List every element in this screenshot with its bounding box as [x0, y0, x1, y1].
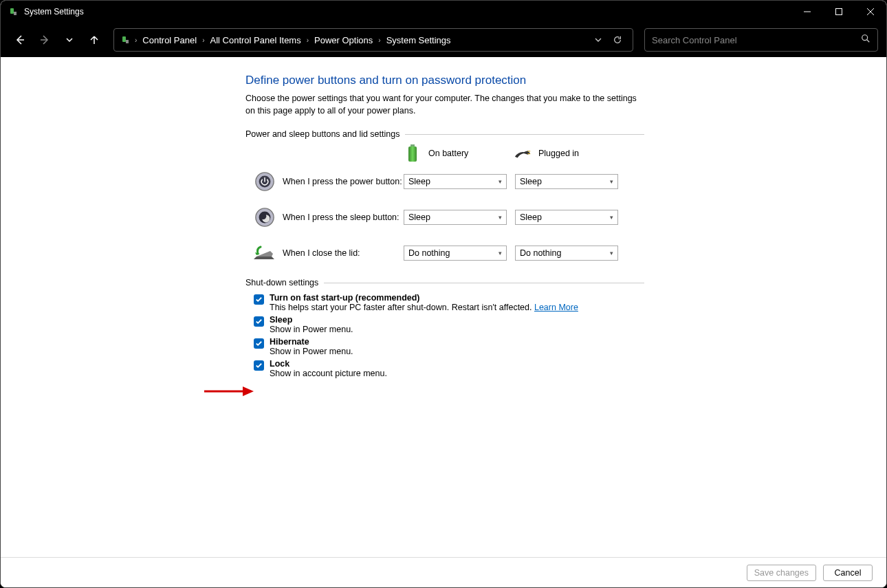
- sleep-label: Sleep Show in Power menu.: [270, 315, 353, 334]
- maximize-button[interactable]: [823, 1, 855, 23]
- row-sleep-button: When I press the sleep button:: [254, 206, 404, 228]
- chevron-right-icon: ›: [133, 36, 138, 44]
- power-settings-grid: On battery Plugged in: [254, 144, 644, 264]
- page-description: Choose the power settings that you want …: [245, 93, 644, 117]
- svg-marker-13: [243, 386, 254, 396]
- annotation-arrow-icon: [203, 384, 255, 401]
- up-button[interactable]: [83, 29, 105, 51]
- search-box[interactable]: [644, 28, 878, 52]
- titlebar: System Settings: [1, 1, 886, 23]
- sleep-button-battery-select[interactable]: Sleep▾: [404, 210, 507, 225]
- forward-button[interactable]: [34, 29, 56, 51]
- laptop-lid-icon: [254, 242, 276, 264]
- lid-plugged-select[interactable]: Do nothing▾: [515, 246, 618, 261]
- svg-rect-16: [527, 151, 530, 151]
- recent-locations-button[interactable]: [58, 29, 80, 51]
- svg-rect-14: [410, 144, 415, 146]
- svg-marker-22: [254, 257, 274, 259]
- content-area: Define power buttons and turn on passwor…: [1, 57, 886, 557]
- hibernate-checkbox[interactable]: [254, 338, 264, 349]
- svg-rect-1: [14, 12, 17, 15]
- chevron-right-icon: ›: [201, 36, 206, 44]
- svg-rect-15: [408, 146, 417, 162]
- page-heading: Define power buttons and turn on passwor…: [245, 74, 644, 87]
- fast-startup-checkbox[interactable]: [254, 294, 264, 305]
- plug-icon: [514, 144, 532, 162]
- back-button[interactable]: [9, 29, 31, 51]
- sleep-button-plugged-select[interactable]: Sleep▾: [515, 210, 618, 225]
- navbar: › Control Panel › All Control Panel Item…: [1, 23, 886, 57]
- sleep-checkbox[interactable]: [254, 316, 264, 327]
- chevron-down-icon: ▾: [610, 214, 613, 221]
- chevron-right-icon: ›: [377, 36, 382, 44]
- app-icon: [8, 6, 19, 17]
- search-icon: [861, 34, 870, 46]
- chevron-down-icon: ▾: [610, 178, 613, 185]
- battery-icon: [404, 144, 421, 162]
- column-on-battery: On battery: [404, 144, 514, 162]
- chevron-right-icon: ›: [305, 36, 310, 44]
- address-bar[interactable]: › Control Panel › All Control Panel Item…: [113, 28, 633, 52]
- learn-more-link[interactable]: Learn More: [534, 303, 578, 312]
- svg-rect-0: [10, 8, 14, 14]
- cancel-button[interactable]: Cancel: [823, 565, 873, 581]
- row-power-button: When I press the power button:: [254, 171, 404, 193]
- fast-startup-label: Turn on fast start-up (recommended) This…: [270, 293, 578, 312]
- breadcrumb-item[interactable]: All Control Panel Items: [206, 32, 305, 48]
- svg-rect-8: [122, 36, 126, 42]
- system-settings-window: System Settings › Control: [0, 0, 887, 588]
- minimize-button[interactable]: [791, 1, 823, 23]
- shutdown-section-legend: Shut-down settings: [245, 278, 644, 287]
- sleep-button-icon: [254, 206, 276, 228]
- chevron-down-icon: ▾: [499, 250, 502, 257]
- refresh-button[interactable]: [608, 30, 627, 50]
- close-button[interactable]: [855, 1, 886, 23]
- address-icon: [120, 34, 131, 45]
- power-button-battery-select[interactable]: Sleep▾: [404, 174, 507, 189]
- svg-line-11: [867, 40, 870, 43]
- breadcrumb-item[interactable]: Control Panel: [138, 32, 201, 48]
- power-button-icon: [254, 171, 276, 193]
- row-close-lid: When I close the lid:: [254, 242, 404, 264]
- chevron-down-icon: ▾: [610, 250, 613, 257]
- lid-battery-select[interactable]: Do nothing▾: [404, 246, 507, 261]
- lock-label: Lock Show in account picture menu.: [270, 359, 387, 378]
- svg-rect-17: [527, 153, 530, 154]
- lock-checkbox[interactable]: [254, 360, 264, 371]
- svg-rect-3: [836, 9, 842, 15]
- breadcrumb-item[interactable]: Power Options: [310, 32, 377, 48]
- power-button-plugged-select[interactable]: Sleep▾: [515, 174, 618, 189]
- save-changes-button[interactable]: Save changes: [747, 565, 816, 581]
- search-input[interactable]: [652, 35, 861, 45]
- chevron-down-icon: ▾: [499, 178, 502, 185]
- power-section-legend: Power and sleep buttons and lid settings: [245, 129, 644, 139]
- breadcrumb-item[interactable]: System Settings: [382, 32, 455, 48]
- address-dropdown-button[interactable]: [589, 30, 608, 50]
- hibernate-label: Hibernate Show in Power menu.: [270, 337, 353, 356]
- column-plugged-in: Plugged in: [514, 144, 624, 162]
- window-title: System Settings: [24, 7, 84, 17]
- shutdown-settings-list: Turn on fast start-up (recommended) This…: [245, 293, 644, 378]
- chevron-down-icon: ▾: [499, 214, 502, 221]
- svg-point-10: [862, 35, 868, 41]
- svg-rect-9: [126, 40, 129, 43]
- footer: Save changes Cancel: [1, 557, 886, 587]
